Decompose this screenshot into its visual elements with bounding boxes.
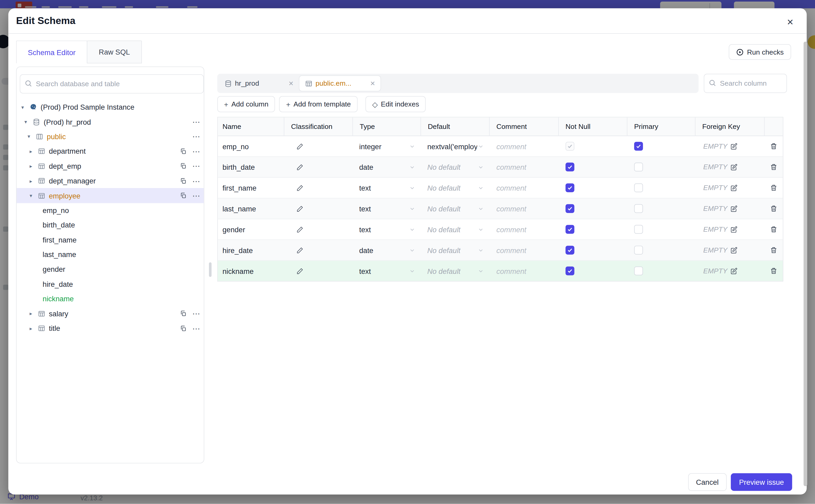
- pencil-icon[interactable]: [296, 143, 303, 150]
- pencil-icon[interactable]: [296, 267, 303, 275]
- copy-icon[interactable]: [180, 325, 187, 332]
- tree-item--prod-prod-sample-instance[interactable]: ▾(Prod) Prod Sample Instance: [17, 100, 204, 114]
- more-menu-icon[interactable]: ⋯: [192, 324, 201, 332]
- foreign-key-cell[interactable]: EMPTY: [695, 136, 764, 156]
- tab-raw-sql[interactable]: Raw SQL: [87, 41, 142, 64]
- tree-item-dept_manager[interactable]: ▸dept_manager⋯: [17, 173, 204, 188]
- trash-icon[interactable]: [770, 142, 778, 150]
- foreign-key-cell[interactable]: EMPTY: [695, 157, 764, 177]
- caret-right-icon[interactable]: ▸: [30, 178, 37, 184]
- column-name-cell[interactable]: birth_date: [218, 157, 284, 177]
- type-select[interactable]: text: [352, 178, 421, 198]
- type-select[interactable]: text: [352, 198, 421, 219]
- more-menu-icon[interactable]: ⋯: [192, 192, 201, 200]
- pencil-icon[interactable]: [296, 163, 303, 171]
- trash-icon[interactable]: [770, 267, 778, 275]
- type-select[interactable]: text: [352, 261, 421, 281]
- tree-item--prod-hr_prod[interactable]: ▾(Prod) hr_prod⋯: [17, 114, 204, 129]
- more-menu-icon[interactable]: ⋯: [192, 162, 201, 170]
- default-select[interactable]: No default: [421, 157, 489, 177]
- more-menu-icon[interactable]: ⋯: [192, 310, 201, 318]
- trash-icon[interactable]: [770, 184, 778, 192]
- not-null-checkbox[interactable]: [566, 266, 575, 275]
- trash-icon[interactable]: [770, 163, 778, 171]
- more-menu-icon[interactable]: ⋯: [192, 118, 201, 126]
- pencil-icon[interactable]: [296, 205, 303, 212]
- primary-checkbox[interactable]: [634, 142, 643, 151]
- pencil-icon[interactable]: [296, 226, 303, 233]
- comment-input[interactable]: comment: [489, 240, 558, 260]
- type-select[interactable]: text: [352, 219, 421, 240]
- column-name-cell[interactable]: hire_date: [218, 240, 284, 260]
- edit-icon[interactable]: [730, 184, 737, 192]
- default-select[interactable]: No default: [421, 261, 489, 281]
- panel-resize-handle[interactable]: [209, 262, 211, 277]
- edit-icon[interactable]: [730, 226, 737, 233]
- editor-tab-public-employee[interactable]: public.em... ✕: [299, 75, 381, 91]
- not-null-checkbox[interactable]: [566, 204, 575, 213]
- comment-input[interactable]: comment: [489, 136, 558, 156]
- default-select[interactable]: nextval('employ: [421, 136, 489, 156]
- primary-checkbox[interactable]: [634, 204, 643, 213]
- trash-icon[interactable]: [770, 246, 778, 254]
- tree-item-nickname[interactable]: nickname: [17, 292, 204, 306]
- primary-checkbox[interactable]: [634, 163, 643, 172]
- edit-icon[interactable]: [730, 163, 737, 171]
- tree-item-last_name[interactable]: last_name: [17, 247, 204, 262]
- database-table-search-input[interactable]: [20, 74, 204, 94]
- trash-icon[interactable]: [770, 205, 778, 212]
- copy-icon[interactable]: [180, 177, 187, 184]
- type-select[interactable]: date: [352, 157, 421, 177]
- copy-icon[interactable]: [180, 163, 187, 169]
- tree-item-employee[interactable]: ▾employee⋯: [17, 188, 204, 203]
- edit-icon[interactable]: [730, 205, 737, 212]
- default-select[interactable]: No default: [421, 240, 489, 260]
- copy-icon[interactable]: [180, 148, 187, 155]
- tree-item-birth_date[interactable]: birth_date: [17, 218, 204, 232]
- primary-checkbox[interactable]: [634, 266, 643, 275]
- edit-indexes-button[interactable]: ◇ Edit indexes: [365, 96, 426, 112]
- caret-down-icon[interactable]: ▾: [30, 193, 37, 198]
- edit-icon[interactable]: [730, 143, 737, 150]
- primary-checkbox[interactable]: [634, 225, 643, 234]
- caret-right-icon[interactable]: ▸: [30, 163, 37, 169]
- close-tab-icon[interactable]: ✕: [370, 80, 375, 87]
- default-select[interactable]: No default: [421, 198, 489, 219]
- comment-input[interactable]: comment: [489, 157, 558, 177]
- caret-right-icon[interactable]: ▸: [30, 148, 37, 154]
- copy-icon[interactable]: [180, 310, 187, 317]
- primary-checkbox[interactable]: [634, 183, 643, 192]
- copy-icon[interactable]: [180, 192, 187, 199]
- not-null-checkbox[interactable]: [566, 246, 575, 255]
- tree-item-first_name[interactable]: first_name: [17, 232, 204, 247]
- foreign-key-cell[interactable]: EMPTY: [695, 219, 764, 240]
- caret-right-icon[interactable]: ▸: [30, 311, 37, 317]
- close-tab-icon[interactable]: ✕: [288, 80, 294, 87]
- more-menu-icon[interactable]: ⋯: [192, 177, 201, 185]
- type-select[interactable]: date: [352, 240, 421, 260]
- foreign-key-cell[interactable]: EMPTY: [695, 198, 764, 219]
- column-name-cell[interactable]: emp_no: [218, 136, 284, 156]
- caret-down-icon[interactable]: ▾: [25, 119, 32, 125]
- tree-item-emp_no[interactable]: emp_no: [17, 203, 204, 218]
- tree-item-department[interactable]: ▸department⋯: [17, 144, 204, 159]
- add-column-button[interactable]: + Add column: [217, 96, 275, 112]
- run-checks-button[interactable]: Run checks: [729, 44, 791, 60]
- foreign-key-cell[interactable]: EMPTY: [695, 240, 764, 260]
- not-null-checkbox[interactable]: [566, 183, 575, 192]
- column-name-cell[interactable]: last_name: [218, 198, 284, 219]
- close-icon[interactable]: ✕: [787, 17, 794, 27]
- column-name-cell[interactable]: gender: [218, 219, 284, 240]
- column-name-cell[interactable]: nickname: [218, 261, 284, 281]
- tree-item-salary[interactable]: ▸salary⋯: [17, 306, 204, 321]
- cancel-button[interactable]: Cancel: [688, 473, 726, 491]
- edit-icon[interactable]: [730, 246, 737, 254]
- default-select[interactable]: No default: [421, 178, 489, 198]
- preview-issue-button[interactable]: Preview issue: [731, 473, 792, 491]
- tree-item-title[interactable]: ▸title⋯: [17, 321, 204, 336]
- primary-checkbox[interactable]: [634, 246, 643, 255]
- caret-right-icon[interactable]: ▸: [30, 326, 37, 331]
- not-null-checkbox[interactable]: [566, 225, 575, 234]
- tree-item-hire_date[interactable]: hire_date: [17, 277, 204, 292]
- tab-schema-editor[interactable]: Schema Editor: [16, 41, 87, 64]
